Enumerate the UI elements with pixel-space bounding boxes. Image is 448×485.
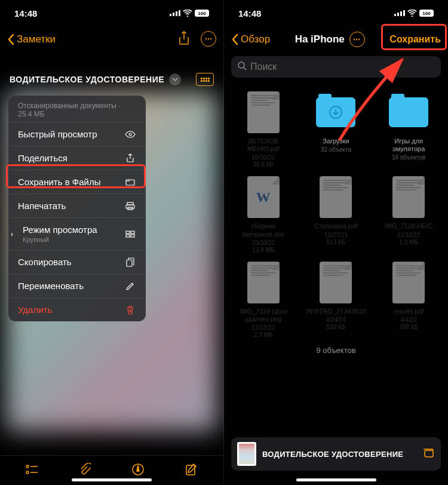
nav-bar: Заметки ⋯ <box>0 26 223 53</box>
file-bar-title: ВОДИТЕЛЬСКОЕ УДОСТОВЕРЕНИЕ <box>262 450 416 459</box>
file-item[interactable]: ДЕТСКОЕ МЕНЮ.pdf10/10/2138.6 КБ <box>229 91 298 168</box>
status-bar: 14:48 100 <box>224 0 448 26</box>
home-indicator[interactable] <box>296 478 376 481</box>
svg-rect-16 <box>425 450 433 457</box>
file-item[interactable]: results.pdf4/4/22268 КБ <box>374 261 443 339</box>
signal-icon <box>394 10 405 16</box>
battery-icon: 100 <box>195 10 209 17</box>
svg-point-11 <box>26 471 29 474</box>
document-icon <box>247 262 280 303</box>
file-name: IMG_7129 (фон удален).png <box>234 308 293 323</box>
battery-icon: 100 <box>419 10 434 17</box>
note-header: ВОДИТЕЛЬСКОЕ УДОСТОВЕРЕНИЕ <box>0 65 223 92</box>
file-name: сборник завтраков.doc <box>234 222 293 238</box>
svg-rect-9 <box>127 260 132 266</box>
context-menu: Отсканированные документы · 25.4 МБ Быст… <box>8 96 146 321</box>
file-meta: 4/4/22268 КБ <box>399 317 418 331</box>
menu-header: Отсканированные документы · 25.4 МБ <box>8 96 146 122</box>
stack-icon[interactable] <box>422 447 435 461</box>
status-bar: 14:48 100 <box>0 0 223 26</box>
status-right: 100 <box>170 8 209 19</box>
menu-share[interactable]: Поделиться <box>8 146 146 170</box>
print-icon <box>124 202 136 210</box>
file-item[interactable]: Страховка.pdf11/27/21513 КБ <box>302 176 371 253</box>
nav-bar: Обзор На iPhone ⋯ Сохранить <box>224 26 448 53</box>
status-time: 14:48 <box>14 8 37 19</box>
more-icon[interactable]: ⋯ <box>349 32 365 47</box>
file-name: INVITRO_27343810.pdf <box>306 308 366 315</box>
back-button[interactable]: Заметки <box>7 33 56 45</box>
save-button[interactable]: Сохранить <box>389 34 441 45</box>
document-icon <box>392 176 425 218</box>
file-name: ДЕТСКОЕ МЕНЮ.pdf <box>234 137 293 153</box>
svg-rect-6 <box>131 231 134 234</box>
attach-icon[interactable] <box>79 463 91 478</box>
status-time: 14:48 <box>238 8 261 19</box>
file-meta: 11/18/221.3 МБ <box>397 232 421 246</box>
status-right: 100 <box>394 8 434 19</box>
object-count: 9 объектов <box>229 339 443 362</box>
svg-rect-7 <box>126 235 130 237</box>
file-name: IMG_7128.HEIC <box>385 222 433 230</box>
svg-rect-3 <box>126 205 134 208</box>
document-icon <box>247 91 280 133</box>
phone-left: 14:48 100 Заметки ⋯ ВОДИТЕЛЬСКОЕ УДОСТОВ… <box>0 0 224 485</box>
document-icon <box>392 262 425 303</box>
svg-rect-13 <box>186 465 195 475</box>
document-icon <box>320 176 352 218</box>
file-bar[interactable]: ВОДИТЕЛЬСКОЕ УДОСТОВЕРЕНИЕ <box>231 437 441 471</box>
file-name: Страховка.pdf <box>314 222 357 230</box>
menu-quick-look[interactable]: Быстрый просмотр <box>8 122 146 146</box>
grid-icon <box>124 231 136 238</box>
file-meta: 11/27/21513 КБ <box>324 232 348 246</box>
checklist-icon[interactable] <box>25 464 38 477</box>
file-meta: 11/18/222.3 МБ <box>251 324 275 339</box>
file-meta: 32 объекта <box>321 146 351 154</box>
chevron-right-icon: › <box>11 230 13 238</box>
svg-rect-5 <box>126 231 130 234</box>
markup-icon[interactable] <box>131 463 145 478</box>
svg-point-0 <box>129 133 131 136</box>
file-meta: 4/24/24520 КБ <box>326 317 346 331</box>
arrow-annotation <box>333 54 417 143</box>
menu-view-mode[interactable]: › Режим просмотра Крупный <box>8 217 146 250</box>
menu-delete[interactable]: Удалить <box>8 297 146 321</box>
svg-point-14 <box>238 62 244 68</box>
svg-point-10 <box>26 465 29 468</box>
back-button[interactable]: Обзор <box>231 33 270 45</box>
file-item[interactable]: INVITRO_27343810.pdf4/24/24520 КБ <box>302 261 371 339</box>
document-icon <box>320 262 352 303</box>
menu-copy[interactable]: Скопировать <box>8 250 146 274</box>
home-indicator[interactable] <box>72 478 152 481</box>
folder-icon <box>124 179 136 186</box>
keyboard-icon[interactable] <box>196 73 214 86</box>
trash-icon <box>124 305 136 315</box>
back-label: Заметки <box>17 33 56 45</box>
share-icon <box>124 154 136 163</box>
file-meta: 10/10/2113.9 МБ <box>251 240 275 254</box>
menu-print[interactable]: Напечатать <box>8 194 146 217</box>
file-thumb <box>237 442 256 466</box>
eye-icon <box>124 131 136 138</box>
wifi-icon <box>407 8 417 19</box>
signal-icon <box>170 10 180 16</box>
note-title: ВОДИТЕЛЬСКОЕ УДОСТОВЕРЕНИЕ <box>10 75 164 84</box>
menu-save-files[interactable]: Сохранить в Файлы <box>8 170 146 194</box>
file-item[interactable]: Wсборник завтраков.doc10/10/2113.9 МБ <box>229 176 298 253</box>
back-label: Обзор <box>241 33 270 45</box>
nav-title: На iPhone <box>295 33 345 45</box>
pencil-icon <box>124 282 136 290</box>
svg-rect-1 <box>126 180 134 185</box>
svg-rect-2 <box>127 202 133 205</box>
chevron-down-icon[interactable] <box>169 73 181 85</box>
file-meta: 16 объектов <box>392 154 426 161</box>
more-icon[interactable]: ⋯ <box>201 31 216 47</box>
file-item[interactable]: IMG_7129 (фон удален).png11/18/222.3 МБ <box>229 261 298 339</box>
file-item[interactable]: IMG_7128.HEIC11/18/221.3 МБ <box>374 176 443 253</box>
menu-rename[interactable]: Переименовать <box>8 274 146 297</box>
document-icon: W <box>247 176 280 218</box>
svg-rect-8 <box>131 235 134 237</box>
file-meta: 10/10/2138.6 КБ <box>251 154 275 168</box>
share-icon[interactable] <box>178 31 190 48</box>
compose-icon[interactable] <box>185 463 198 478</box>
